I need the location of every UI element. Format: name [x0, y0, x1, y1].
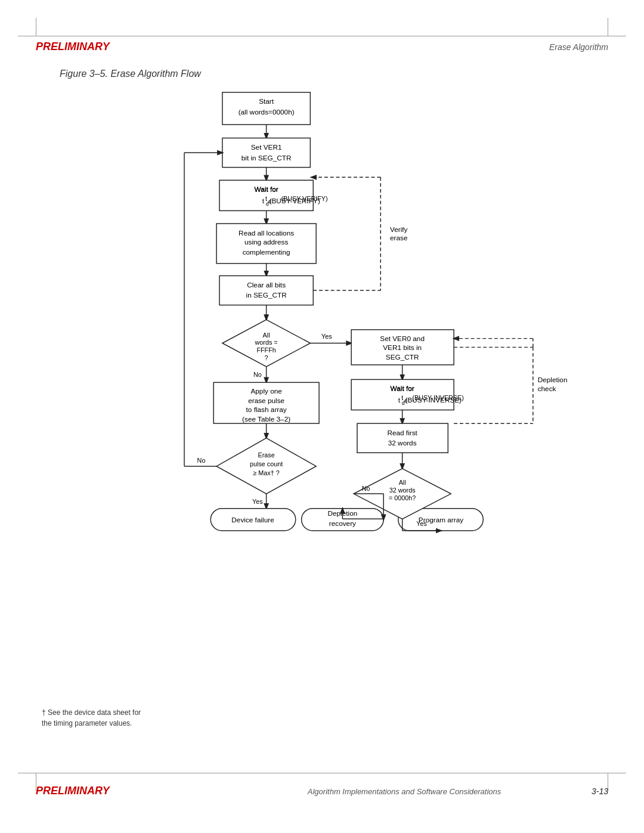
diamond-32-text3: = 0000h?: [389, 494, 416, 501]
diamond-32-text1: All: [399, 479, 406, 486]
figure-title: Figure 3–5. Erase Algorithm Flow: [60, 69, 201, 79]
footer-right: Algorithm Implementations and Software C…: [308, 786, 608, 796]
footer-page: 3-13: [592, 786, 608, 796]
yes-label-32: Yes: [416, 520, 427, 527]
footnote-line1: † See the device data sheet for: [42, 707, 141, 718]
no-label-erase: No: [197, 457, 206, 464]
diamond-32-text2: 32 words: [389, 487, 416, 494]
no-label-32: No: [362, 485, 370, 492]
set-ver0-text1: Set VER0 and: [380, 335, 425, 342]
read-all-text3: complementing: [243, 248, 290, 256]
page-border-bottom: [18, 773, 626, 773]
depletion-recovery-text2: recovery: [329, 519, 356, 527]
depletion-check-text1: Depletion: [538, 376, 568, 383]
diamond-words-text4: ?: [265, 354, 268, 361]
diamond-words-text2: words =: [255, 339, 278, 346]
diamond-words-text1: All: [263, 332, 270, 339]
page-header: PRELIMINARY Erase Algorithm: [36, 41, 608, 53]
page-border-right-top: [608, 18, 608, 36]
wait-inv-busy: (BUSY-INVERSE): [405, 396, 462, 404]
set-ver1-text1: Set VER1: [251, 143, 282, 151]
page-footer: PRELIMINARY Algorithm Implementations an…: [36, 785, 608, 797]
footnote: † See the device data sheet for the timi…: [42, 707, 141, 729]
verify-erase-text2: erase: [390, 234, 408, 241]
flowchart-container: Start (all words=0000h) Set VER1 bit in …: [36, 86, 608, 702]
diamond-erase-text1: Erase: [258, 451, 275, 459]
wait-inv-d-sub: d: [402, 400, 405, 406]
apply-text1: Apply one: [250, 387, 282, 395]
apply-text3: to flash array: [246, 405, 287, 413]
yes-label-diamond: Yes: [321, 333, 332, 340]
device-failure-text: Device failure: [231, 516, 274, 524]
wait-inv-line1: Wait for: [391, 385, 414, 392]
wait-text-line1: Wait for: [255, 185, 278, 193]
set-ver1-text2: bit in SEG_CTR: [242, 154, 292, 162]
footer-title: PRELIMINARY: [36, 785, 110, 797]
wait-text-busy: (BUSY-VERIFY): [270, 197, 320, 205]
apply-text4: (see Table 3–2): [242, 415, 290, 423]
no-label-diamond: No: [253, 371, 262, 378]
clear-text2: in SEG_CTR: [246, 291, 287, 299]
header-right: Erase Algorithm: [549, 42, 608, 52]
start-text2: (all words=0000h): [239, 108, 295, 116]
verify-erase-text1: Verify: [390, 225, 408, 233]
footer-subtitle: Algorithm Implementations and Software C…: [308, 787, 501, 796]
set-ver1-box: [222, 138, 310, 167]
diamond-words-text3: FFFFh: [256, 346, 275, 354]
wait-text-d-sub: d: [266, 201, 269, 207]
yes-label-erase: Yes: [252, 498, 263, 505]
set-ver0-text2: VER1 bits in: [383, 343, 422, 351]
diamond-erase-text3: ≥ Max† ?: [253, 469, 279, 476]
start-text: Start: [259, 97, 274, 105]
read-all-text1: Read all locations: [239, 229, 294, 237]
set-ver0-text3: SEG_CTR: [386, 353, 419, 361]
read-first-text1: Read first: [387, 429, 417, 436]
clear-text1: Clear all bits: [247, 281, 286, 289]
diamond-erase-text2: pulse count: [250, 460, 283, 467]
footnote-line2: the timing parameter values.: [42, 718, 141, 729]
apply-text2: erase pulse: [248, 397, 284, 404]
header-title: PRELIMINARY: [36, 41, 110, 53]
read-first-text2: 32 words: [388, 439, 417, 447]
page-border-left-top: [36, 18, 36, 36]
read-all-text2: using address: [244, 238, 288, 246]
depletion-check-text2: check: [538, 385, 556, 392]
page-border-top: [18, 36, 626, 36]
